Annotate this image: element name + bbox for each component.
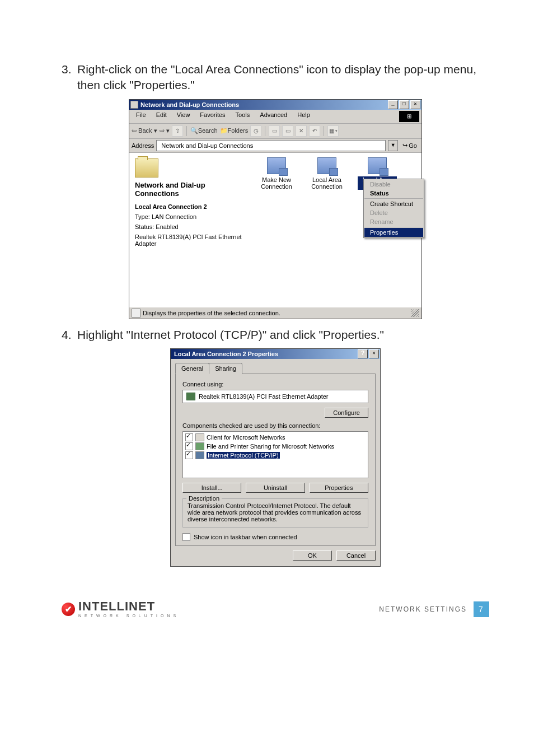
copy-to-button[interactable]: ▭	[282, 125, 293, 137]
undo-button[interactable]: ↶	[309, 125, 320, 137]
ctx-properties[interactable]: Properties	[364, 228, 423, 237]
components-list[interactable]: Client for Microsoft Networks File and P…	[182, 431, 368, 478]
client-icon	[195, 433, 204, 441]
cancel-button[interactable]: Cancel	[336, 550, 376, 561]
checkmark-icon: ✔	[62, 603, 75, 616]
address-dropdown-arrow[interactable]: ▼	[388, 140, 398, 151]
folders-button[interactable]: 📁Folders	[220, 127, 249, 134]
component-label: Internet Protocol (TCP/IP)	[207, 452, 280, 459]
menu-bar: File Edit View Favorites Tools Advanced …	[129, 110, 421, 124]
connection-icon	[368, 157, 387, 174]
brand-name: INTELLINET	[78, 600, 179, 613]
brand-logo: ✔ INTELLINET NETWORK SOLUTIONS	[62, 600, 179, 618]
menu-help[interactable]: Help	[293, 111, 315, 122]
make-new-connection[interactable]: Make New Connection	[257, 157, 296, 190]
show-icon-row[interactable]: Show icon in taskbar when connected	[182, 533, 368, 541]
ctx-status[interactable]: Status	[364, 189, 423, 198]
menu-tools[interactable]: Tools	[231, 111, 255, 122]
tab-general[interactable]: General	[175, 363, 209, 374]
footer-label: NETWORK SETTINGS	[379, 605, 467, 613]
description-legend: Description	[186, 495, 222, 502]
menu-edit[interactable]: Edit	[152, 111, 171, 122]
go-button[interactable]: ↪ Go	[400, 142, 419, 149]
resize-grip[interactable]	[411, 309, 419, 317]
tab-sharing[interactable]: Sharing	[209, 363, 242, 374]
network-connections-window: Network and Dial-up Connections _ □ ✕ Fi…	[129, 99, 422, 319]
connection-properties-dialog: Local Area Connection 2 Properties ? ✕ G…	[170, 348, 381, 567]
share-icon	[195, 442, 204, 450]
maximize-button[interactable]: □	[399, 100, 409, 109]
protocol-icon	[195, 451, 204, 459]
search-button[interactable]: 🔍Search	[190, 127, 218, 134]
ok-button[interactable]: OK	[293, 550, 332, 561]
step3-number: 3.	[62, 62, 77, 94]
show-icon-label: Show icon in taskbar when connected	[194, 534, 297, 540]
step3-text: Right-click on the "Local Area Connectio…	[77, 62, 489, 94]
checkbox[interactable]	[185, 451, 193, 459]
address-bar: Address Network and Dial-up Connections …	[129, 139, 421, 153]
component-label: File and Printer Sharing for Microsoft N…	[207, 443, 334, 450]
close-button[interactable]: ✕	[369, 349, 379, 358]
local-area-connection[interactable]: Local Area Connection	[307, 157, 346, 190]
item-label: Make New Connection	[257, 176, 296, 190]
page-footer: ✔ INTELLINET NETWORK SOLUTIONS NETWORK S…	[62, 600, 489, 618]
connection-icon	[267, 157, 286, 174]
description-text: Transmission Control Protocol/Internet P…	[188, 502, 363, 522]
checkbox[interactable]	[185, 442, 193, 450]
info-pane: Network and Dial-up Connections Local Ar…	[129, 153, 252, 307]
windows-flag-icon: ⊞	[399, 111, 419, 122]
icons-pane[interactable]: Make New Connection Local Area Connectio…	[252, 153, 421, 307]
status-text: Displays the properties of the selected …	[143, 310, 280, 316]
connect-using-label: Connect using:	[182, 381, 368, 388]
adapter-name: Realtek RTL8139(A) PCI Fast Ethernet Ada…	[135, 234, 247, 247]
address-input[interactable]: Network and Dial-up Connections	[156, 140, 386, 151]
move-to-button[interactable]: ▭	[269, 125, 280, 137]
menu-favorites[interactable]: Favorites	[195, 111, 229, 122]
ctx-delete[interactable]: Delete	[364, 208, 423, 217]
step4-text: Highlight "Internet Protocol (TCP/P)" an…	[77, 327, 489, 343]
large-folder-icon	[135, 158, 158, 178]
show-icon-checkbox[interactable]	[182, 533, 190, 541]
component-label: Client for Microsoft Networks	[207, 434, 285, 441]
window-title: Network and Dial-up Connections	[140, 101, 388, 108]
status-icon	[132, 309, 140, 318]
tab-panel-general: Connect using: Realtek RTL8139(A) PCI Fa…	[175, 374, 376, 546]
selected-name: Local Area Connection 2	[135, 203, 247, 210]
forward-button[interactable]: ⇨ ▾	[160, 127, 170, 134]
address-label: Address	[132, 142, 154, 149]
item-label: Local Area Connection	[307, 176, 346, 190]
pane-title: Network and Dial-up Connections	[135, 181, 247, 198]
dialog-title: Local Area Connection 2 Properties	[172, 351, 358, 357]
component-file-printer-sharing[interactable]: File and Printer Sharing for Microsoft N…	[184, 442, 367, 451]
connection-type: Type: LAN Connection	[135, 213, 247, 220]
component-tcpip[interactable]: Internet Protocol (TCP/IP)	[184, 451, 367, 460]
menu-view[interactable]: View	[172, 111, 195, 122]
status-bar: Displays the properties of the selected …	[129, 307, 421, 319]
window-icon	[130, 101, 138, 109]
instruction-step-4: 4. Highlight "Internet Protocol (TCP/P)"…	[62, 327, 489, 343]
minimize-button[interactable]: _	[388, 100, 398, 109]
menu-file[interactable]: File	[132, 111, 151, 122]
configure-button[interactable]: Configure	[325, 408, 368, 418]
back-button[interactable]: ⇦ Back ▾	[132, 127, 157, 134]
ctx-create-shortcut[interactable]: Create Shortcut	[364, 199, 423, 208]
delete-button[interactable]: ✕	[296, 125, 307, 137]
menu-advanced[interactable]: Advanced	[255, 111, 292, 122]
component-client[interactable]: Client for Microsoft Networks	[184, 433, 367, 442]
titlebar[interactable]: Network and Dial-up Connections _ □ ✕	[129, 100, 421, 110]
connection-status: Status: Enabled	[135, 223, 247, 230]
checkbox[interactable]	[185, 433, 193, 441]
help-button[interactable]: ?	[358, 349, 368, 358]
uninstall-button[interactable]: Uninstall	[246, 483, 305, 493]
views-button[interactable]: ▦	[327, 125, 339, 137]
close-button[interactable]: ✕	[410, 100, 420, 109]
titlebar[interactable]: Local Area Connection 2 Properties ? ✕	[171, 349, 380, 359]
install-button[interactable]: Install...	[182, 483, 241, 493]
up-button[interactable]: ⇧	[172, 125, 183, 137]
components-label: Components checked are used by this conn…	[182, 422, 368, 429]
history-button[interactable]: ◷	[250, 125, 261, 137]
properties-button[interactable]: Properties	[310, 483, 368, 493]
ctx-disable[interactable]: Disable	[364, 180, 423, 189]
tab-row: General Sharing	[171, 359, 380, 374]
ctx-rename[interactable]: Rename	[364, 217, 423, 226]
